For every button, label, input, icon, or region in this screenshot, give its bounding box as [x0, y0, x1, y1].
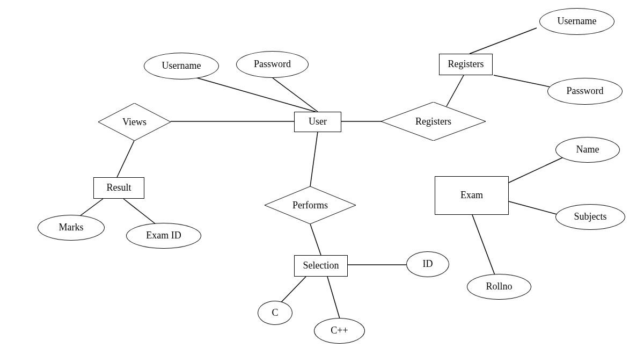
- entity-result: Result: [93, 177, 144, 199]
- attribute-result-examid: Exam ID: [126, 223, 201, 249]
- attribute-reg-password: Password: [547, 78, 623, 105]
- attribute-selection-c-label: C: [272, 308, 278, 318]
- er-diagram: User Result Selection Exam Registers Vie…: [0, 0, 644, 362]
- svg-line-11: [327, 277, 341, 322]
- entity-selection-label: Selection: [303, 260, 339, 271]
- entity-registers: Registers: [439, 54, 493, 75]
- attribute-user-password: Password: [236, 51, 309, 78]
- attribute-exam-name: Name: [555, 137, 620, 163]
- svg-line-15: [509, 155, 569, 183]
- relationship-registers-label: Registers: [415, 116, 451, 127]
- relationship-views-label: Views: [122, 117, 147, 128]
- svg-line-17: [472, 215, 496, 279]
- attribute-exam-name-label: Name: [576, 144, 599, 155]
- relationship-performs-label: Performs: [292, 200, 328, 211]
- relationship-performs: Performs: [265, 186, 356, 224]
- entity-exam-label: Exam: [460, 190, 483, 201]
- svg-line-4: [310, 132, 318, 186]
- svg-line-13: [470, 28, 537, 54]
- attribute-selection-cpp: C++: [314, 318, 365, 344]
- svg-line-8: [310, 224, 321, 255]
- attribute-selection-c: C: [258, 301, 292, 325]
- attribute-reg-password-label: Password: [566, 86, 603, 97]
- relationship-views: Views: [98, 103, 171, 141]
- entity-exam: Exam: [435, 176, 509, 215]
- attribute-result-marks: Marks: [38, 215, 105, 241]
- entity-user-label: User: [309, 117, 327, 127]
- attribute-selection-id: ID: [406, 251, 449, 277]
- attribute-reg-username: Username: [539, 8, 614, 35]
- attribute-result-marks-label: Marks: [59, 222, 84, 233]
- entity-selection: Selection: [294, 255, 348, 277]
- attribute-result-examid-label: Exam ID: [146, 230, 181, 241]
- entity-user: User: [294, 112, 341, 132]
- attribute-exam-rollno: Rollno: [467, 274, 531, 300]
- svg-line-1: [273, 78, 318, 112]
- attribute-exam-rollno-label: Rollno: [486, 281, 512, 292]
- svg-line-5: [117, 141, 134, 177]
- svg-line-0: [193, 77, 316, 112]
- attribute-reg-username-label: Username: [558, 16, 597, 27]
- attribute-user-username-label: Username: [162, 61, 201, 71]
- entity-result-label: Result: [106, 183, 131, 193]
- entity-registers-label: Registers: [448, 59, 484, 70]
- relationship-registers: Registers: [381, 102, 486, 141]
- attribute-user-username: Username: [144, 53, 219, 79]
- attribute-exam-subjects: Subjects: [555, 204, 625, 230]
- svg-line-6: [78, 199, 103, 218]
- attribute-selection-id-label: ID: [423, 259, 433, 270]
- attribute-user-password-label: Password: [254, 59, 291, 70]
- attribute-selection-cpp-label: C++: [331, 325, 348, 336]
- attribute-exam-subjects-label: Subjects: [574, 212, 607, 222]
